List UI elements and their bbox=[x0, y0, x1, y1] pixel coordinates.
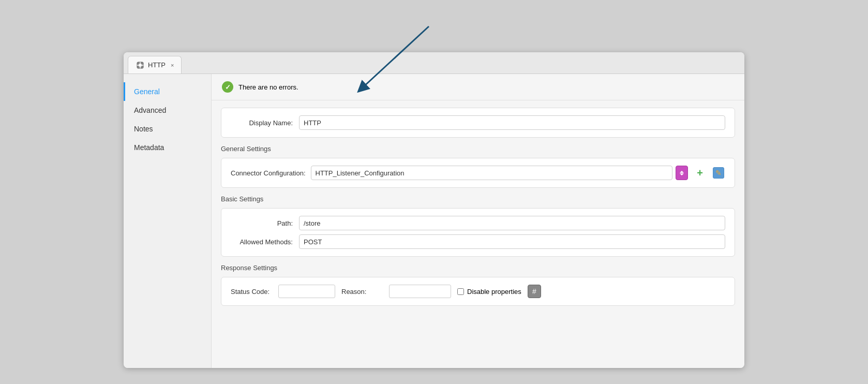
basic-settings-title: Basic Settings bbox=[221, 195, 735, 203]
status-code-label: Status Code: bbox=[231, 288, 272, 296]
general-settings-box: Connector Configuration: + bbox=[221, 158, 735, 188]
status-message: There are no errors. bbox=[238, 83, 298, 91]
tab-close-button[interactable]: × bbox=[171, 62, 174, 68]
general-settings-title: General Settings bbox=[221, 145, 735, 153]
hash-button[interactable]: # bbox=[528, 285, 541, 298]
tab-icon bbox=[136, 61, 145, 70]
content-area: General Advanced Notes Metadata There ar… bbox=[124, 74, 744, 368]
connector-config-row: Connector Configuration: + bbox=[231, 166, 725, 180]
path-row: Path: bbox=[231, 216, 725, 230]
status-bar: There are no errors. bbox=[212, 74, 744, 100]
path-input[interactable] bbox=[299, 216, 725, 230]
reason-input[interactable] bbox=[389, 285, 451, 298]
display-name-box: Display Name: bbox=[221, 108, 735, 138]
allowed-methods-row: Allowed Methods: bbox=[231, 234, 725, 249]
status-code-input[interactable] bbox=[278, 285, 335, 298]
sidebar-item-advanced[interactable]: Advanced bbox=[124, 101, 211, 120]
sidebar-item-notes[interactable]: Notes bbox=[124, 120, 211, 138]
general-settings-section: General Settings Connector Configuration… bbox=[221, 145, 735, 188]
disable-properties-checkbox[interactable] bbox=[457, 288, 464, 295]
display-name-input[interactable] bbox=[299, 115, 725, 130]
disable-properties-wrapper: Disable properties bbox=[457, 288, 521, 296]
status-ok-icon bbox=[222, 81, 233, 93]
edit-icon bbox=[713, 167, 724, 179]
sidebar: General Advanced Notes Metadata bbox=[124, 74, 212, 368]
connector-config-label: Connector Configuration: bbox=[231, 169, 306, 177]
reason-label: Reason: bbox=[341, 288, 383, 296]
response-settings-title: Response Settings bbox=[221, 264, 735, 272]
disable-properties-label: Disable properties bbox=[467, 288, 521, 296]
spinner-up-icon bbox=[680, 171, 684, 173]
edit-connector-button[interactable] bbox=[712, 166, 725, 180]
allowed-methods-input[interactable] bbox=[299, 234, 725, 249]
main-panel: HTTP × General Advanced Notes Metadata bbox=[124, 52, 744, 368]
response-settings-section: Response Settings Status Code: Reason: D… bbox=[221, 264, 735, 306]
response-settings-box: Status Code: Reason: Disable properties … bbox=[221, 277, 735, 306]
spinner-down-icon bbox=[680, 173, 684, 175]
basic-settings-section: Basic Settings Path: Allowed Methods: bbox=[221, 195, 735, 257]
allowed-methods-label: Allowed Methods: bbox=[231, 238, 293, 246]
response-row: Status Code: Reason: Disable properties … bbox=[231, 285, 725, 298]
sidebar-item-metadata[interactable]: Metadata bbox=[124, 138, 211, 157]
http-tab[interactable]: HTTP × bbox=[128, 56, 182, 73]
sidebar-item-general[interactable]: General bbox=[124, 82, 211, 101]
tab-label: HTTP bbox=[148, 61, 166, 69]
form-area: There are no errors. Display Name: Gener… bbox=[212, 74, 744, 368]
tab-bar: HTTP × bbox=[124, 52, 744, 74]
path-label: Path: bbox=[231, 219, 293, 227]
connector-spinner-button[interactable] bbox=[676, 166, 688, 180]
display-name-row: Display Name: bbox=[231, 115, 725, 130]
connector-select-wrapper bbox=[311, 166, 688, 180]
basic-settings-box: Path: Allowed Methods: bbox=[221, 208, 735, 257]
display-name-section: Display Name: bbox=[221, 108, 735, 138]
add-connector-button[interactable]: + bbox=[693, 166, 707, 180]
display-name-label: Display Name: bbox=[231, 119, 293, 127]
connector-config-input[interactable] bbox=[311, 166, 672, 180]
svg-point-3 bbox=[139, 64, 142, 67]
